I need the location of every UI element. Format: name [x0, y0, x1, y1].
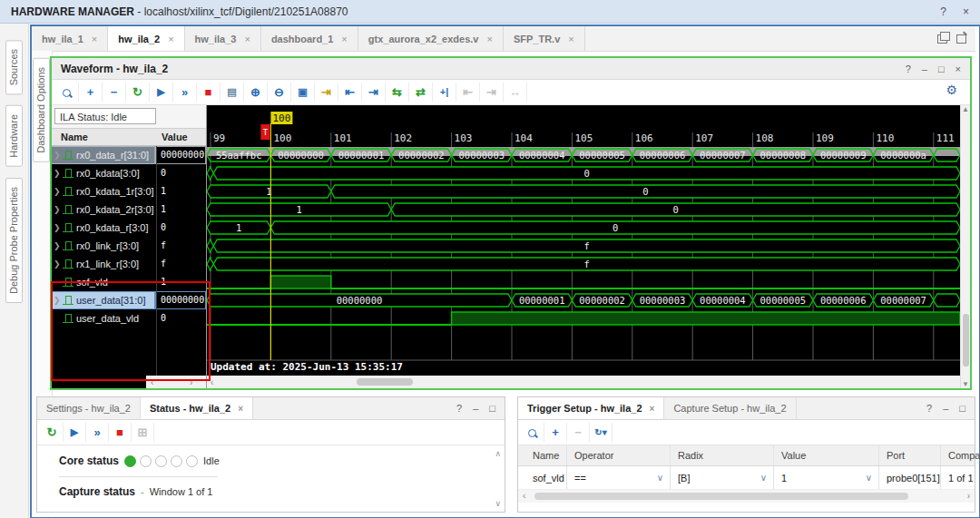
- column-header-name[interactable]: Name: [525, 445, 567, 465]
- dashboard-options-tab[interactable]: Dashboard Options: [33, 58, 50, 162]
- close-icon[interactable]: ×: [956, 64, 961, 74]
- add-marker-icon[interactable]: +|: [433, 83, 456, 102]
- tab-close-icon[interactable]: ×: [650, 404, 655, 414]
- chevron-down-icon[interactable]: ∨: [657, 473, 663, 483]
- signal-row-rx0_link_r[interactable]: ❯rx0_link_r[3:0]f: [52, 237, 206, 255]
- help-icon[interactable]: ?: [456, 403, 462, 414]
- tab-close-icon[interactable]: ×: [486, 34, 492, 44]
- scroll-left-icon[interactable]: ‹: [151, 377, 153, 387]
- goto-trigger-icon[interactable]: ⇥: [315, 83, 338, 102]
- vscroll-thumb[interactable]: [963, 314, 969, 367]
- signal-name-cell[interactable]: user_data_vld: [52, 310, 155, 327]
- states-icon[interactable]: ↻▾: [590, 423, 612, 442]
- add-icon[interactable]: +: [79, 83, 103, 102]
- close-icon[interactable]: ×: [963, 5, 969, 18]
- column-divider[interactable]: [156, 146, 157, 376]
- tab-close-icon[interactable]: ×: [244, 34, 250, 44]
- run-trigger-icon[interactable]: ↻: [126, 83, 150, 102]
- expand-icon[interactable]: ❯: [52, 223, 62, 232]
- expand-icon[interactable]: ❯: [52, 296, 62, 305]
- run-icon[interactable]: ▶: [64, 423, 86, 442]
- zoom-out-icon[interactable]: ⊖: [268, 83, 291, 102]
- column-header-compa[interactable]: Compa: [941, 445, 980, 465]
- trigger-cell-operator[interactable]: ==∨: [567, 466, 671, 489]
- zoom-in-icon[interactable]: ⊕: [244, 83, 268, 102]
- minimize-icon[interactable]: –: [922, 64, 927, 74]
- signal-row-user_data[interactable]: ❯user_data[31:0]00000000: [52, 291, 206, 309]
- signal-name-cell[interactable]: ❯rx0_data_r[31:0]: [52, 147, 155, 163]
- tab-close-icon[interactable]: ×: [238, 404, 243, 414]
- scroll-right-icon[interactable]: ›: [967, 491, 970, 501]
- zoom-fit-icon[interactable]: ▣: [291, 83, 315, 102]
- column-header-operator[interactable]: Operator: [567, 445, 671, 465]
- sidebar-tab-hardware[interactable]: Hardware: [5, 105, 23, 167]
- gear-icon[interactable]: ⚙: [946, 83, 957, 97]
- waveform-hscrollbar[interactable]: ‹: [207, 376, 960, 388]
- trigger-table-hscrollbar[interactable]: ‹ ›: [518, 490, 975, 503]
- signal-name-cell[interactable]: ❯user_data[31:0]: [52, 292, 155, 308]
- expand-icon[interactable]: ❯: [52, 205, 62, 214]
- value-column-header[interactable]: Value: [162, 132, 188, 142]
- scroll-left-icon[interactable]: ‹: [211, 377, 213, 387]
- help-icon[interactable]: ?: [940, 5, 946, 18]
- next-transition-icon[interactable]: ⇥: [362, 83, 386, 102]
- run-trigger-icon[interactable]: ↻: [41, 423, 64, 442]
- column-header-radix[interactable]: Radix: [671, 445, 774, 465]
- add-icon[interactable]: +: [544, 423, 567, 442]
- scroll-up-icon[interactable]: ▲: [962, 105, 969, 113]
- status-tab-settings[interactable]: Settings - hw_ila_2: [37, 397, 141, 419]
- maximize-icon[interactable]: □: [959, 403, 965, 414]
- trigger-row-sof_vld[interactable]: sof_vld==∨[B]∨1∨probe0[151]1 of 1: [518, 466, 975, 490]
- signal-row-user_data_vld[interactable]: user_data_vld0: [52, 309, 206, 327]
- minimize-icon[interactable]: –: [943, 403, 948, 414]
- signal-row-rx0_kdata_2r[interactable]: ❯rx0_kdata_2r[3:0]1: [52, 200, 206, 219]
- tab-close-icon[interactable]: ×: [341, 34, 347, 44]
- doc-tab-hw_ila_3[interactable]: hw_ila_3×: [185, 26, 261, 51]
- signal-name-cell[interactable]: ❯rx0_link_r[3:0]: [52, 238, 155, 254]
- stop-icon[interactable]: ■: [109, 423, 132, 442]
- run-multiple-icon[interactable]: »: [173, 83, 197, 102]
- status-tab-status[interactable]: Status - hw_ila_2×: [141, 397, 253, 419]
- doc-tab-SFP_TR.v[interactable]: SFP_TR.v×: [504, 26, 585, 51]
- sidebar-tab-debug-probe-properties[interactable]: Debug Probe Properties: [5, 178, 23, 303]
- maximize-icon[interactable]: □: [489, 403, 495, 414]
- column-header-port[interactable]: Port: [879, 445, 941, 465]
- trigger-tab-trigger[interactable]: Trigger Setup - hw_ila_2×: [518, 397, 664, 419]
- name-column-header[interactable]: Name: [61, 132, 88, 142]
- prev-transition-icon[interactable]: ⇤: [338, 83, 362, 102]
- doc-tab-hw_ila_2[interactable]: hw_ila_2×: [108, 26, 184, 51]
- search-icon[interactable]: [55, 83, 79, 102]
- signal-name-cell[interactable]: sof_vld: [52, 274, 155, 290]
- signal-list-hscrollbar[interactable]: ‹ ›: [52, 376, 206, 388]
- tab-close-icon[interactable]: ×: [92, 34, 97, 44]
- chevron-down-icon[interactable]: ∨: [760, 473, 767, 483]
- doc-tab-gtx_aurora_x2_exdes.v[interactable]: gtx_aurora_x2_exdes.v×: [358, 26, 504, 51]
- signal-name-cell[interactable]: ❯rx0_kdata_1r[3:0]: [52, 183, 155, 200]
- float-window-icon[interactable]: [937, 34, 947, 44]
- signal-name-cell[interactable]: ❯rx0_kdata[3:0]: [52, 165, 155, 181]
- chevron-down-icon[interactable]: ∨: [866, 473, 872, 483]
- minimize-icon[interactable]: –: [473, 403, 478, 414]
- stop-icon[interactable]: ■: [197, 83, 220, 102]
- expand-icon[interactable]: ❯: [52, 241, 62, 250]
- trigger-cell-value[interactable]: 1∨: [774, 466, 879, 489]
- trigger-tab-capture[interactable]: Capture Setup - hw_ila_2: [664, 397, 796, 419]
- help-icon[interactable]: ?: [906, 64, 911, 74]
- signal-row-rx0_data_r[interactable]: ❯rx0_data_r[31:0]00000000: [52, 146, 206, 164]
- sidebar-tab-sources[interactable]: Sources: [5, 40, 23, 94]
- swap-right-icon[interactable]: ⇄: [409, 83, 433, 102]
- run-multiple-icon[interactable]: »: [86, 423, 109, 442]
- scroll-left-icon[interactable]: ‹: [523, 491, 525, 501]
- run-icon[interactable]: ▶: [150, 83, 173, 102]
- signal-row-rx0_kdata[interactable]: ❯rx0_kdata[3:0]0: [52, 164, 206, 182]
- maximize-icon[interactable]: □: [938, 64, 945, 74]
- scroll-down-icon[interactable]: ∨: [495, 499, 501, 508]
- signal-name-cell[interactable]: ❯rx1_link_r[3:0]: [52, 256, 155, 272]
- waveform-vscrollbar[interactable]: ▲ ▼: [960, 105, 970, 388]
- scroll-up-icon[interactable]: ∧: [495, 449, 501, 458]
- expand-icon[interactable]: ❯: [52, 169, 62, 178]
- export-icon[interactable]: ▤: [220, 83, 244, 102]
- hscroll-thumb[interactable]: [357, 378, 413, 386]
- expand-icon[interactable]: ❯: [52, 151, 62, 160]
- external-window-icon[interactable]: [956, 34, 966, 44]
